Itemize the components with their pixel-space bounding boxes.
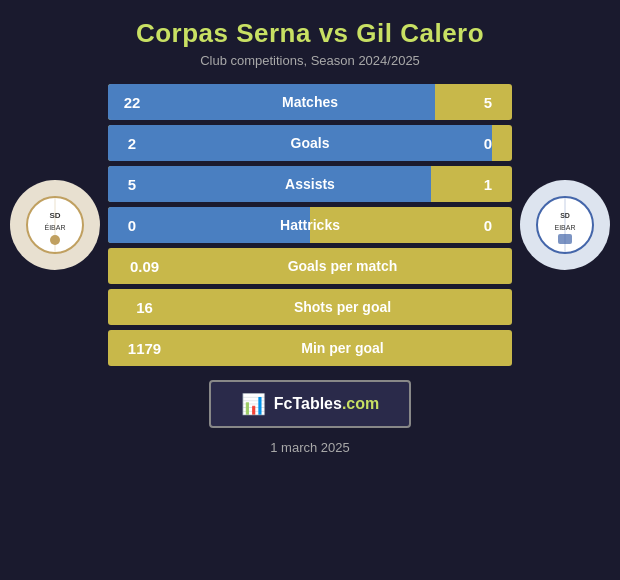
fctables-icon: 📊 xyxy=(241,392,266,416)
stat-row-goals-per-match: 0.09 Goals per match xyxy=(108,248,512,284)
stat-left-assists: 5 xyxy=(108,176,148,193)
fctables-fc: Fc xyxy=(274,395,293,412)
stat-row-matches: 22 Matches 5 xyxy=(108,84,512,120)
stat-label-matches: Matches xyxy=(148,94,472,110)
stat-left-hattricks: 0 xyxy=(108,217,148,234)
stat-left-goals: 2 xyxy=(108,135,148,152)
page-title: Corpas Serna vs Gil Calero xyxy=(136,18,484,49)
stat-right-hattricks: 0 xyxy=(472,217,512,234)
right-team-emblem: SD EIBAR xyxy=(530,190,600,260)
fctables-tables: Tables xyxy=(292,395,342,412)
fctables-banner: 📊 FcTables.com xyxy=(209,380,412,428)
fctables-text: FcTables.com xyxy=(274,395,380,413)
stat-label-hattricks: Hattricks xyxy=(148,217,472,233)
stat-label-min-per-goal: Min per goal xyxy=(173,340,512,356)
footer-date: 1 march 2025 xyxy=(270,440,350,455)
team-logo-left: SD ÉIBAR xyxy=(10,180,100,270)
stat-label-shots-per-goal: Shots per goal xyxy=(173,299,512,315)
team-logo-right: SD EIBAR xyxy=(520,180,610,270)
stat-left-goals-per-match: 0.09 xyxy=(108,258,173,275)
header: Corpas Serna vs Gil Calero Club competit… xyxy=(116,0,504,74)
stat-right-assists: 1 xyxy=(472,176,512,193)
fctables-com: .com xyxy=(342,395,379,412)
stat-label-goals-per-match: Goals per match xyxy=(173,258,512,274)
main-content: SD ÉIBAR 22 Matches 5 2 Goals 0 5 Assist… xyxy=(0,84,620,366)
stat-right-matches: 5 xyxy=(472,94,512,111)
stat-row-min-per-goal: 1179 Min per goal xyxy=(108,330,512,366)
stat-left-shots-per-goal: 16 xyxy=(108,299,173,316)
subtitle: Club competitions, Season 2024/2025 xyxy=(136,53,484,68)
stat-row-goals: 2 Goals 0 xyxy=(108,125,512,161)
stat-left-matches: 22 xyxy=(108,94,148,111)
stat-label-assists: Assists xyxy=(148,176,472,192)
stat-right-goals: 0 xyxy=(472,135,512,152)
stat-row-assists: 5 Assists 1 xyxy=(108,166,512,202)
stat-row-hattricks: 0 Hattricks 0 xyxy=(108,207,512,243)
stat-left-min-per-goal: 1179 xyxy=(108,340,173,357)
stat-row-shots-per-goal: 16 Shots per goal xyxy=(108,289,512,325)
stat-label-goals: Goals xyxy=(148,135,472,151)
stats-container: 22 Matches 5 2 Goals 0 5 Assists 1 0 Hat… xyxy=(108,84,512,366)
left-team-emblem: SD ÉIBAR xyxy=(20,190,90,260)
